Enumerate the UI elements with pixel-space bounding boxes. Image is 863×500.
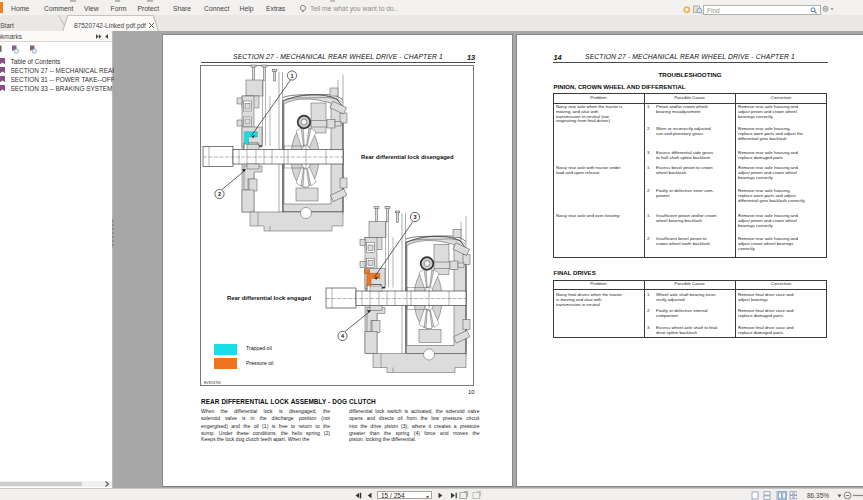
svg-text:3: 3 (413, 214, 416, 220)
svg-text:2: 2 (218, 191, 221, 197)
svg-text:1: 1 (290, 73, 293, 79)
